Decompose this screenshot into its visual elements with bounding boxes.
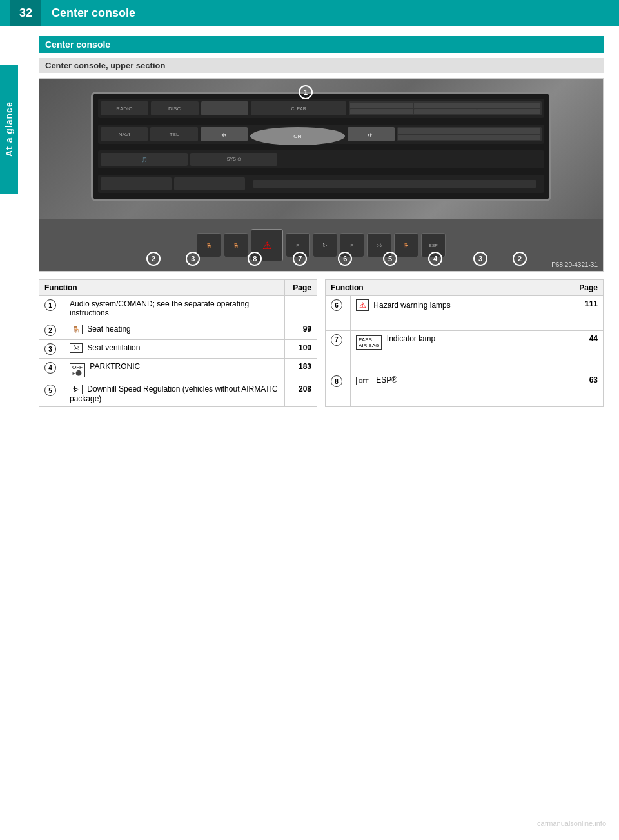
- row-desc: 🌬 Seat ventilation: [64, 340, 285, 359]
- table-row: 8 OFF ESP® 63: [326, 372, 604, 407]
- table-row: 3 🌬 Seat ventilation 100: [39, 340, 317, 359]
- page-number: 32: [10, 0, 41, 26]
- row-num-circle: 1: [44, 299, 56, 311]
- section-header: Center console: [39, 36, 604, 53]
- seat-heat-icon: 🪑: [70, 325, 83, 334]
- table-row: 6 ⚠ Hazard warning lamps 111: [326, 296, 604, 331]
- seat-vent-icon: 🌬: [70, 343, 83, 353]
- table-row: 2 🪑 Seat heating 99: [39, 321, 317, 340]
- parktronic-icon: OFFP⚫: [70, 363, 85, 377]
- row-desc: 🪑 Seat heating: [64, 321, 285, 340]
- table-row: 4 OFFP⚫ PARKTRONIC 183: [39, 359, 317, 381]
- table-row: 1 Audio system/COMAND; see the separate …: [39, 296, 317, 321]
- col-page-right: Page: [571, 280, 604, 296]
- table-row: 7 PASSAIR BAG Indicator lamp 44: [326, 330, 604, 372]
- subsection-header: Center console, upper section: [39, 58, 604, 73]
- callout-2-left: 2: [146, 252, 161, 266]
- callout-1: 1: [299, 85, 313, 99]
- image-reference: P68.20-4321-31: [551, 261, 598, 268]
- row-desc: Audio system/COMAND; see the separate op…: [64, 296, 285, 321]
- row-num-circle: 4: [44, 362, 56, 374]
- row-page: 63: [571, 372, 604, 407]
- function-tables: Function Page 1 Audio system/COMAND; see…: [39, 279, 604, 407]
- row-num-circle: 6: [331, 299, 342, 311]
- esp-icon: OFF: [356, 377, 371, 385]
- hazard-icon: ⚠: [356, 299, 369, 311]
- row-num-circle: 8: [331, 375, 342, 387]
- infotainment-screen: RADIO DISC CLEAR NAVI TEL: [91, 92, 551, 201]
- col-function-right: Function: [326, 280, 571, 296]
- row-page: 44: [571, 330, 604, 372]
- row-page: 100: [285, 340, 317, 359]
- row-num-circle: 3: [44, 343, 56, 355]
- row-page: [285, 296, 317, 321]
- row-desc: OFFP⚫ PARKTRONIC: [64, 359, 285, 381]
- row-num-circle: 7: [331, 334, 342, 346]
- col-page-left: Page: [285, 280, 317, 296]
- row-desc: PASSAIR BAG Indicator lamp: [351, 330, 571, 372]
- row-desc: OFF ESP®: [351, 372, 571, 407]
- side-tab-label: At a glance: [0, 65, 18, 194]
- header-title: Center console: [52, 6, 135, 20]
- callout-5: 5: [383, 252, 397, 266]
- row-page: 208: [285, 381, 317, 407]
- callout-4: 4: [428, 252, 442, 266]
- callout-3-right: 3: [473, 252, 487, 266]
- row-desc: ⛷ Downhill Speed Regulation (vehicles wi…: [64, 381, 285, 407]
- downhill-icon: ⛷: [70, 385, 83, 394]
- row-page: 99: [285, 321, 317, 340]
- function-table-left: Function Page 1 Audio system/COMAND; see…: [39, 279, 317, 407]
- table-row: 5 ⛷ Downhill Speed Regulation (vehicles …: [39, 381, 317, 407]
- watermark: carmanualsonline.info: [537, 819, 606, 827]
- row-page: 111: [571, 296, 604, 331]
- callout-2-right: 2: [513, 252, 527, 266]
- function-table-right: Function Page 6 ⚠ Hazard warning lamps 1…: [325, 279, 604, 407]
- main-content: Center console Center console, upper sec…: [23, 26, 619, 423]
- row-desc: ⚠ Hazard warning lamps: [351, 296, 571, 331]
- row-page: 183: [285, 359, 317, 381]
- col-function-left: Function: [39, 280, 285, 296]
- row-num-circle: 2: [44, 325, 56, 336]
- row-num-circle: 5: [44, 385, 56, 396]
- dashboard-image: RADIO DISC CLEAR NAVI TEL: [39, 78, 604, 272]
- header-bar: 32 Center console: [0, 0, 619, 26]
- indicator-icon: PASSAIR BAG: [356, 335, 382, 350]
